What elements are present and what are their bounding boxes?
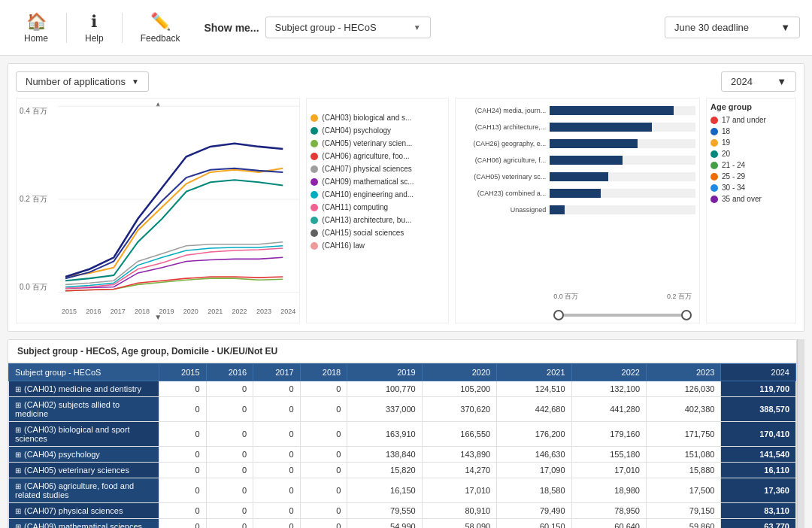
legend-item-cah04: (CAH04) psychology: [311, 126, 444, 135]
table-cell-value: 0: [206, 447, 253, 463]
table-cell-value: 79,150: [647, 503, 721, 519]
subject-group-dropdown[interactable]: Subject group - HECoS ▼: [265, 17, 431, 38]
table-cell-subject: ⊞(CAH05) veterinary sciences: [9, 463, 159, 478]
feedback-icon: ✏️: [150, 12, 171, 32]
table-cell-value: 337,000: [347, 397, 422, 422]
table-cell-value: 17,090: [497, 463, 571, 478]
col-header-2018: 2018: [300, 364, 347, 381]
expand-icon[interactable]: ⊞: [15, 466, 21, 475]
help-label: Help: [85, 33, 104, 44]
age-dot-19: [710, 139, 718, 147]
table-cell-subject: ⊞(CAH04) psychology: [9, 447, 159, 463]
y-label-top: 0.4 百万: [20, 106, 55, 117]
bar-x-axis: 0.0 百万 0.2 百万: [553, 292, 692, 302]
legend-dot-cah15: [311, 229, 318, 237]
age-item-17: 17 and under: [710, 116, 792, 124]
show-me-label: Show me...: [204, 22, 259, 34]
year-dropdown[interactable]: 2024 ▼: [721, 71, 796, 92]
table-cell-value: 63,770: [721, 519, 796, 529]
table-cell-value: 17,500: [647, 478, 721, 503]
feedback-nav-item[interactable]: ✏️ Feedback: [129, 6, 192, 50]
bar-label-cah05b: (CAH05) veterinary sc...: [459, 173, 550, 181]
legend-dot-cah05: [311, 140, 318, 147]
slider-thumb-left[interactable]: [553, 310, 564, 320]
table-cell-value: 17,360: [721, 478, 796, 503]
expand-icon[interactable]: ⊞: [15, 401, 21, 409]
table-cell-value: 0: [253, 381, 301, 397]
slider-thumb-right[interactable]: [681, 310, 692, 320]
legend-label-cah13: (CAH13) architecture, bu...: [322, 216, 411, 224]
expand-icon[interactable]: ⊞: [15, 426, 21, 434]
legend-dot-cah10: [311, 191, 318, 199]
table-cell-value: 179,160: [571, 422, 646, 447]
bar-row-cah24: (CAH24) media, journ...: [459, 106, 695, 115]
table-cell-value: 0: [159, 463, 207, 478]
table-cell-value: 176,200: [497, 422, 571, 447]
expand-icon[interactable]: ⊞: [15, 385, 21, 393]
table-cell-value: 0: [253, 503, 301, 519]
table-cell-value: 0: [253, 447, 301, 463]
line-chart-svg: [58, 99, 299, 300]
table-cell-value: 80,910: [422, 503, 496, 519]
table-cell-value: 141,540: [721, 447, 796, 463]
table-cell-value: 0: [206, 463, 253, 478]
table-cell-value: 83,110: [721, 503, 796, 519]
table-cell-value: 151,080: [647, 447, 721, 463]
scrollbar-right[interactable]: [797, 339, 804, 528]
chart-title-text: Number of applications: [26, 76, 126, 87]
table-cell-value: 163,910: [347, 422, 422, 447]
table-cell-value: 0: [300, 447, 347, 463]
legend-item-cah03: (CAH03) biological and s...: [311, 114, 444, 122]
table-header-row: Subject group - HECoS 2015 2016 2017 201…: [9, 364, 796, 381]
table-cell-subject: ⊞(CAH03) biological and sport sciences: [9, 422, 159, 447]
table-cell-value: 146,630: [497, 447, 571, 463]
bar-label-cah06b: (CAH06) agriculture, f...: [459, 156, 550, 164]
chart-title-dropdown[interactable]: Number of applications ▼: [16, 71, 149, 92]
table-cell-subject: ⊞(CAH01) medicine and dentistry: [9, 381, 159, 397]
table-scroll[interactable]: Subject group - HECoS 2015 2016 2017 201…: [8, 363, 796, 528]
help-icon: ℹ: [91, 12, 97, 32]
legend-label-cah09: (CAH09) mathematical sc...: [322, 178, 414, 186]
legend-label-cah10: (CAH10) engineering and...: [322, 190, 414, 199]
top-navigation: 🏠 Home ℹ Help ✏️ Feedback Show me... Sub…: [0, 0, 812, 56]
deadline-dropdown[interactable]: June 30 deadline ▼: [665, 17, 800, 38]
legend-label-cah03: (CAH03) biological and s...: [322, 114, 411, 122]
table-cell-value: 0: [206, 519, 253, 529]
legend-label-cah07: (CAH07) physical sciences: [322, 165, 412, 173]
help-nav-item[interactable]: ℹ Help: [73, 6, 116, 50]
expand-icon[interactable]: ⊞: [15, 482, 21, 490]
table-cell-value: 0: [159, 422, 207, 447]
age-dot-25-29: [710, 173, 718, 181]
feedback-label: Feedback: [141, 33, 180, 44]
expand-icon[interactable]: ⊞: [15, 523, 21, 528]
age-dot-35-over: [710, 196, 718, 203]
table-cell-value: 0: [159, 447, 207, 463]
table-cell-value: 15,820: [347, 463, 422, 478]
year-value: 2024: [731, 76, 753, 87]
table-cell-value: 0: [206, 478, 253, 503]
bar-label-cah24: (CAH24) media, journ...: [459, 107, 550, 114]
home-nav-item[interactable]: 🏠 Home: [12, 6, 60, 50]
chart-title-chevron: ▼: [132, 77, 139, 86]
table-cell-value: 370,620: [422, 397, 496, 422]
bar-row-cah05: (CAH05) veterinary sc...: [459, 172, 695, 181]
bar-label-cah13: (CAH13) architecture,...: [459, 123, 550, 131]
bar-track-cah26: [550, 139, 695, 148]
expand-icon[interactable]: ⊞: [15, 507, 21, 515]
legend-item-cah16: (CAH16) law: [311, 241, 444, 250]
expand-icon[interactable]: ⊞: [15, 451, 21, 459]
legend-dot-cah07: [311, 165, 318, 173]
scroll-down-icon[interactable]: ▼: [154, 313, 162, 321]
age-label-18: 18: [722, 127, 730, 135]
legend-dot-cah16: [311, 242, 318, 250]
bar-fill-cah05: [550, 172, 607, 181]
year-chevron: ▼: [777, 76, 786, 87]
table-cell-value: 14,270: [422, 463, 496, 478]
y-label-mid: 0.2 百万: [20, 194, 55, 205]
table-cell-value: 441,280: [571, 397, 646, 422]
age-dot-30-34: [710, 184, 718, 192]
table-row: ⊞(CAH02) subjects allied to medicine0000…: [9, 397, 796, 422]
bar-row-cah13: (CAH13) architecture,...: [459, 123, 695, 132]
age-item-18: 18: [710, 127, 792, 135]
table-cell-value: 138,840: [347, 447, 422, 463]
